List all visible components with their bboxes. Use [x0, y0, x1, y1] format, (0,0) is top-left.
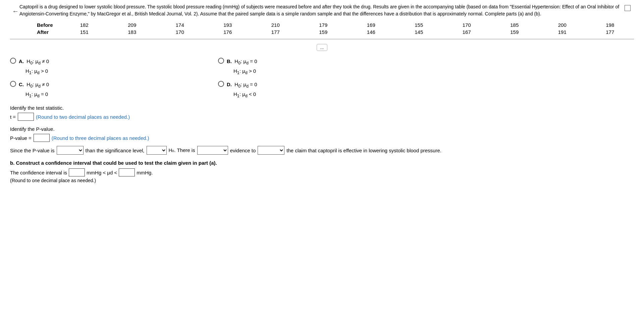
before-val-8: 155 — [395, 21, 443, 29]
evidence-dropdown[interactable]: sufficient insufficient — [197, 146, 228, 155]
option-d-radio[interactable] — [218, 81, 224, 87]
ci-upper-input[interactable] — [119, 168, 135, 176]
mmhg-lt-label: mmHg < μd < — [87, 170, 117, 175]
after-row: After 151 183 170 176 177 159 146 145 16… — [10, 29, 634, 36]
before-val-10: 185 — [491, 21, 539, 29]
after-val-7: 146 — [347, 29, 395, 36]
option-b-block: B. H0: μd = 0 H1: μd > 0 — [218, 57, 413, 77]
option-b-label: B. — [227, 58, 232, 64]
ci-lower-input[interactable] — [69, 168, 85, 176]
horizontal-divider — [10, 39, 634, 39]
after-label: After — [10, 29, 60, 36]
before-val-7: 169 — [347, 21, 395, 29]
t-note: (Round to two decimal places as needed.) — [36, 114, 130, 120]
before-val-3: 174 — [156, 21, 204, 29]
option-a-label: A. — [19, 58, 24, 64]
before-val-6: 179 — [300, 21, 347, 29]
option-c-label: C. — [19, 82, 24, 87]
option-b-radio[interactable] — [218, 58, 224, 64]
option-d-label: D. — [227, 82, 232, 87]
option-d-text: D. H0: μd = 0 H1: μd < 0 — [227, 80, 257, 100]
after-val-4: 176 — [204, 29, 252, 36]
t-input[interactable] — [18, 113, 34, 121]
back-arrow-icon[interactable]: ← — [12, 7, 19, 15]
option-a-radio[interactable] — [10, 58, 16, 64]
dots-button[interactable]: ... — [317, 44, 328, 51]
after-val-2: 183 — [108, 29, 156, 36]
comparison-dropdown[interactable]: less greater — [57, 146, 84, 155]
confidence-interval-row: The confidence interval is mmHg < μd < m… — [10, 168, 634, 176]
option-b-text: B. H0: μd = 0 H1: μd > 0 — [227, 57, 257, 77]
option-c-text: C. H0: μd ≠ 0 H1: μd = 0 — [19, 80, 49, 100]
mmhg-end-label: mmHg. — [137, 170, 153, 175]
before-val-11: 200 — [538, 21, 586, 29]
before-val-2: 209 — [108, 21, 156, 29]
after-val-3: 170 — [156, 29, 204, 36]
intro-paragraph: Captopril is a drug designed to lower sy… — [19, 3, 634, 17]
pvalue-input-row: P-value = (Round to three decimal places… — [10, 134, 634, 142]
t-input-row: t = (Round to two decimal places as need… — [10, 113, 634, 121]
t-equals-label: t = — [10, 114, 16, 120]
after-val-12: 177 — [586, 29, 634, 36]
after-val-1: 151 — [60, 29, 108, 36]
before-val-1: 182 — [60, 21, 108, 29]
confidence-interval-label: The confidence interval is — [10, 170, 67, 175]
option-a-block: A. H0: μd ≠ 0 H1: μd > 0 — [10, 57, 205, 77]
before-label: Before — [10, 21, 60, 29]
identify-pvalue-label: Identify the P-value. — [10, 126, 634, 132]
pvalue-note: (Round to three decimal places as needed… — [52, 135, 149, 141]
before-row: Before 182 209 174 193 210 179 169 155 1… — [10, 21, 634, 29]
pvalue-equals-label: P-value = — [10, 135, 32, 141]
before-val-12: 198 — [586, 21, 634, 29]
options-grid: A. H0: μd ≠ 0 H1: μd > 0 B. H0: μd = 0 H… — [10, 57, 413, 100]
identify-stat-label: Identify the test statistic. — [10, 105, 634, 111]
after-val-10: 159 — [491, 29, 539, 36]
h0-label: H₀. There is — [169, 147, 195, 153]
data-table: Before 182 209 174 193 210 179 169 155 1… — [10, 21, 634, 36]
pvalue-input[interactable] — [34, 134, 50, 142]
option-c-radio[interactable] — [10, 81, 16, 87]
option-d-block: D. H0: μd = 0 H1: μd < 0 — [218, 80, 413, 100]
after-val-11: 191 — [538, 29, 586, 36]
before-val-9: 170 — [443, 21, 491, 29]
option-c-block: C. H0: μd ≠ 0 H1: μd = 0 — [10, 80, 205, 100]
after-val-6: 159 — [300, 29, 347, 36]
since-label: Since the P-value is — [10, 148, 55, 153]
expand-icon[interactable] — [625, 5, 631, 11]
after-val-5: 177 — [252, 29, 300, 36]
before-val-5: 210 — [252, 21, 300, 29]
round-note: (Round to one decimal place as needed.) — [10, 178, 634, 183]
after-val-9: 167 — [443, 29, 491, 36]
before-val-4: 193 — [204, 21, 252, 29]
support-reject-dropdown[interactable]: support reject — [258, 146, 284, 155]
evidence-label: evidence to — [230, 148, 256, 153]
than-significance-label: than the significance level, — [86, 148, 145, 153]
claim-label: the claim that captopril is effective in… — [286, 148, 441, 153]
since-row: Since the P-value is less greater than t… — [10, 146, 634, 155]
dots-row: ... — [10, 44, 634, 51]
b-section-label: b. Construct a confidence interval that … — [10, 160, 634, 166]
option-a-text: A. H0: μd ≠ 0 H1: μd > 0 — [19, 57, 49, 77]
significance-level-dropdown[interactable]: 0.05 0.01 0.10 — [147, 146, 167, 155]
after-val-8: 145 — [395, 29, 443, 36]
